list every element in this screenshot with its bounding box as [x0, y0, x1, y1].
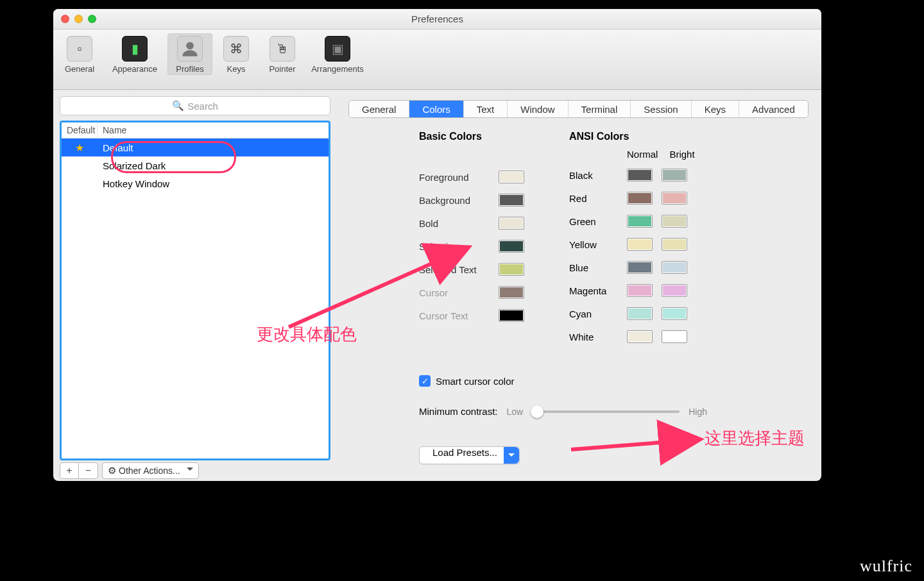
ansi-color-row: Cyan [569, 302, 697, 325]
star-icon: ★ [75, 142, 84, 153]
color-label: Background [419, 195, 490, 206]
checkbox-checked-icon[interactable]: ✓ [419, 375, 431, 387]
presets-row: Load Presets... [348, 446, 809, 464]
ansi-colors-heading: ANSI Colors [569, 131, 697, 142]
toolbar-item-arrangements[interactable]: ▣ Arrangements [306, 33, 369, 75]
color-swatch[interactable] [499, 286, 524, 299]
color-label: Magenta [569, 285, 618, 296]
tab-colors[interactable]: Colors [409, 101, 463, 117]
tab-advanced[interactable]: Advanced [739, 101, 808, 117]
color-swatch[interactable] [499, 171, 524, 183]
ansi-color-row: Black [569, 164, 697, 187]
subtabs: General Colors Text Window Terminal Sess… [348, 100, 809, 118]
tab-text[interactable]: Text [464, 101, 508, 117]
appearance-icon: ▮ [122, 36, 148, 62]
preferences-window: Preferences ▫ General ▮ Appearance Profi… [53, 9, 821, 481]
color-swatch[interactable] [499, 217, 524, 230]
svg-point-0 [186, 42, 194, 50]
tab-session[interactable]: Session [631, 101, 691, 117]
color-swatch-bright[interactable] [662, 307, 687, 320]
ansi-color-row: White [569, 325, 697, 348]
color-swatch[interactable] [499, 240, 524, 253]
titlebar: Preferences [53, 9, 821, 29]
watermark: wulfric [860, 557, 912, 576]
color-swatch-bright[interactable] [662, 238, 687, 251]
toolbar-item-appearance[interactable]: ▮ Appearance [103, 33, 166, 75]
slider-knob[interactable] [531, 405, 543, 418]
toolbar: ▫ General ▮ Appearance Profiles ⌘ Keys 🖱… [53, 29, 821, 90]
search-icon: 🔍 [172, 100, 184, 112]
color-label: Cyan [569, 308, 618, 319]
color-swatch-normal[interactable] [627, 215, 653, 228]
colors-panel: Basic Colors ForegroundBackgroundBoldSel… [348, 118, 809, 348]
below-section: ✓ Smart cursor color Minimum contrast: L… [348, 348, 809, 417]
color-swatch-bright[interactable] [662, 215, 687, 228]
color-swatch-normal[interactable] [627, 307, 653, 320]
profile-row[interactable]: Hotkey Window [62, 174, 329, 192]
toolbar-item-keys[interactable]: ⌘ Keys [214, 33, 259, 75]
left-pane: 🔍 Search Default Name ★ Default Solarize… [53, 90, 336, 481]
color-label: Black [569, 170, 618, 181]
ansi-color-row: Blue [569, 256, 697, 279]
basic-color-row: Background [419, 189, 524, 212]
window-title: Preferences [53, 13, 821, 24]
command-icon: ⌘ [223, 36, 249, 62]
profile-row[interactable]: Solarized Dark [62, 156, 329, 174]
color-label: Yellow [569, 239, 618, 250]
ansi-colors-section: ANSI Colors Normal Bright BlackRedGreenY… [569, 131, 697, 348]
windows-icon: ▣ [325, 36, 350, 62]
profile-row[interactable]: ★ Default [62, 139, 329, 156]
profiles-footer: + − ⚙ Other Actions... [60, 460, 330, 481]
color-label: Selection [419, 241, 490, 252]
color-label: Selected Text [419, 264, 490, 275]
color-swatch-normal[interactable] [627, 238, 653, 251]
color-swatch-bright[interactable] [662, 192, 687, 205]
switch-icon: ▫ [67, 36, 92, 62]
ansi-color-row: Magenta [569, 279, 697, 302]
load-presets-button[interactable]: Load Presets... [419, 446, 520, 464]
profiles-list: Default Name ★ Default Solarized Dark Ho… [60, 121, 330, 460]
color-swatch[interactable] [499, 194, 524, 206]
profiles-header: Default Name [62, 122, 329, 139]
user-icon [177, 36, 203, 62]
color-swatch[interactable] [499, 263, 524, 276]
color-swatch-bright[interactable] [662, 169, 687, 181]
color-label: Blue [569, 262, 618, 273]
basic-color-row: Selected Text [419, 258, 524, 281]
toolbar-item-pointer[interactable]: 🖱 Pointer [260, 33, 305, 75]
color-swatch-normal[interactable] [627, 192, 653, 205]
tab-general[interactable]: General [349, 101, 409, 117]
basic-color-row: Selection [419, 235, 524, 258]
other-actions-menu[interactable]: ⚙ Other Actions... [102, 462, 199, 479]
contrast-slider[interactable] [532, 410, 680, 413]
toolbar-item-profiles[interactable]: Profiles [167, 33, 212, 75]
basic-color-row: Cursor Text [419, 304, 524, 327]
color-swatch-normal[interactable] [627, 284, 653, 297]
remove-button[interactable]: − [79, 462, 98, 479]
chevron-down-icon [504, 447, 519, 464]
right-pane: General Colors Text Window Terminal Sess… [336, 90, 821, 481]
basic-color-row: Bold [419, 212, 524, 235]
color-swatch-bright[interactable] [662, 330, 687, 343]
smart-cursor-row[interactable]: ✓ Smart cursor color [419, 375, 796, 387]
basic-colors-heading: Basic Colors [419, 131, 524, 142]
tab-keys[interactable]: Keys [692, 101, 739, 117]
color-swatch-normal[interactable] [627, 261, 653, 274]
color-swatch[interactable] [499, 309, 524, 322]
color-label: Green [569, 216, 618, 227]
tab-terminal[interactable]: Terminal [569, 101, 631, 117]
color-label: White [569, 332, 618, 342]
ansi-color-row: Red [569, 187, 697, 210]
tab-window[interactable]: Window [508, 101, 568, 117]
content: 🔍 Search Default Name ★ Default Solarize… [53, 90, 821, 481]
add-button[interactable]: + [60, 462, 79, 479]
search-input[interactable]: 🔍 Search [60, 96, 330, 115]
toolbar-item-general[interactable]: ▫ General [57, 33, 102, 75]
color-swatch-normal[interactable] [627, 330, 653, 343]
ansi-color-row: Green [569, 210, 697, 233]
color-label: Cursor Text [419, 310, 490, 321]
color-swatch-bright[interactable] [662, 284, 687, 297]
basic-color-row: Cursor [419, 281, 524, 304]
color-swatch-bright[interactable] [662, 261, 687, 274]
color-swatch-normal[interactable] [627, 169, 653, 181]
